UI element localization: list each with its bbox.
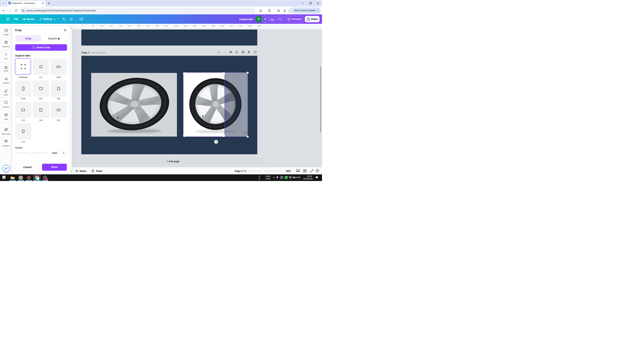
svg-text:T: T <box>5 53 7 56</box>
svg-text:?: ? <box>317 170 318 172</box>
svg-text:co: co <box>5 67 7 68</box>
